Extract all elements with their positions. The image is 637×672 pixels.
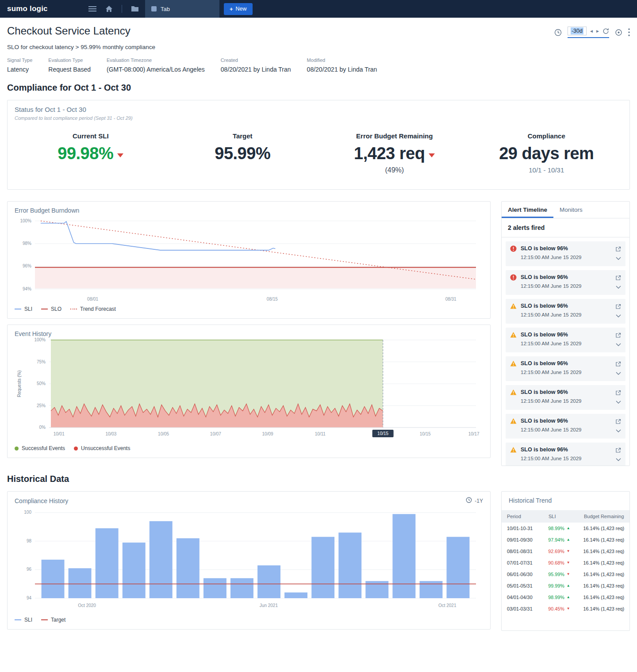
- meta-value: Latency: [7, 66, 32, 73]
- metric-label: Compliance: [471, 132, 623, 140]
- open-alert-icon[interactable]: [615, 275, 621, 283]
- table-row: 05/01-05/31 99.99% ▲ 16.14% (1,423 req): [502, 580, 629, 592]
- clock-icon: [466, 497, 472, 504]
- warning-icon: [510, 418, 517, 424]
- alert-item[interactable]: SLO is below 96% 12:15:00 AM June 15 202…: [506, 414, 625, 439]
- cell-sli: 95.99%: [548, 572, 564, 577]
- menu-icon[interactable]: [88, 6, 96, 12]
- tab-current[interactable]: Tab: [145, 0, 219, 18]
- alert-item[interactable]: SLO is below 96% 12:15:00 AM June 15 202…: [506, 328, 625, 352]
- alert-item[interactable]: SLO is below 96% 12:15:00 AM June 15 202…: [506, 356, 625, 381]
- folder-icon[interactable]: [131, 6, 139, 12]
- alert-time: 12:15:00 AM June 15 2029: [521, 341, 581, 346]
- new-button[interactable]: + New: [224, 3, 253, 15]
- refresh-icon[interactable]: [602, 28, 609, 34]
- metric-value: 95.99%: [215, 144, 270, 163]
- burndown-chart: 100%98%96%94%08/0108/1508/31: [15, 214, 483, 304]
- app-logo[interactable]: sumo logic: [0, 4, 88, 13]
- topbar: sumo logic Tab + New: [0, 0, 637, 18]
- svg-text:0%: 0%: [39, 425, 46, 430]
- alert-title: SLO is below 96%: [521, 418, 581, 424]
- time-range-input[interactable]: -30d: [568, 27, 587, 35]
- cell-period: 07/01-07/31: [507, 560, 548, 565]
- chevron-down-icon[interactable]: [616, 254, 621, 262]
- time-range-group: -30d ◂ ▸: [568, 27, 609, 38]
- history-range-control[interactable]: -1Y: [466, 497, 483, 504]
- cell-sli: 92.69%: [548, 549, 564, 554]
- clock-icon[interactable]: [554, 29, 562, 36]
- next-range-icon[interactable]: ▸: [596, 28, 599, 34]
- alert-tabs: Alert Timeline Monitors: [502, 202, 629, 218]
- svg-text:Oct 2021: Oct 2021: [438, 603, 457, 608]
- prev-range-icon[interactable]: ◂: [590, 28, 593, 34]
- live-target-icon[interactable]: [615, 29, 622, 36]
- metric-sub: 10/1 - 10/31: [471, 166, 623, 174]
- chevron-down-icon[interactable]: [616, 283, 621, 290]
- metric-value: 1,423 req: [354, 144, 425, 163]
- table-row: 08/01-08/31 92.69% ▼ 16.14% (1,423 req): [502, 546, 629, 557]
- meta-label: Signal Type: [7, 57, 32, 63]
- legend-label: SLI: [24, 306, 32, 312]
- alert-item[interactable]: SLO is below 96% 12:15:00 AM June 15 202…: [506, 385, 625, 410]
- svg-text:75%: 75%: [37, 359, 46, 364]
- open-alert-icon[interactable]: [615, 389, 621, 397]
- alert-time: 12:15:00 AM June 15 2029: [521, 427, 581, 432]
- charts-row: Error Budget Burndown 100%98%96%94%08/01…: [0, 201, 637, 466]
- column-sli: SLI: [549, 514, 584, 519]
- svg-text:08/15: 08/15: [267, 297, 278, 302]
- svg-text:10/11: 10/11: [315, 431, 326, 436]
- kebab-menu-icon[interactable]: [628, 28, 630, 36]
- page-header: Checkout Service Latency -30d ◂ ▸ SLO fo…: [0, 18, 637, 75]
- chevron-down-icon[interactable]: [616, 426, 621, 434]
- meta-label: Evaluation Timezone: [107, 57, 205, 63]
- cell-period: 10/01-10-31: [507, 526, 548, 531]
- alert-item[interactable]: SLO is below 96% 12:15:00 AM June 15 202…: [506, 241, 625, 266]
- alert-time: 12:15:00 AM June 15 2029: [521, 283, 581, 289]
- cell-budget: 16.14% (1,423 req): [583, 606, 624, 611]
- tab-icon: [151, 6, 157, 11]
- chevron-down-icon[interactable]: [616, 397, 621, 405]
- meta-label: Created: [221, 57, 291, 63]
- legend-label: SLI: [24, 617, 32, 623]
- alert-title: SLO is below 96%: [521, 447, 581, 453]
- alert-item[interactable]: SLO is below 96% 12:15:00 AM June 15 202…: [506, 443, 625, 466]
- cell-period: 06/01-06/30: [507, 572, 548, 577]
- metric-sub: (49%): [318, 166, 471, 174]
- chevron-down-icon[interactable]: [616, 340, 621, 348]
- svg-text:Oct 2020: Oct 2020: [78, 603, 96, 608]
- event-history-card: Event History 100%75%50%25%0%10/0110/031…: [7, 325, 491, 458]
- alert-item[interactable]: SLO is below 96% 12:15:00 AM June 15 202…: [506, 270, 625, 295]
- table-row: 09/01-09/30 97.94% ▲ 16.14% (1,423 req): [502, 534, 629, 546]
- alerts-fired-count: 2 alerts fired: [502, 218, 629, 237]
- open-alert-icon[interactable]: [615, 303, 621, 311]
- open-alert-icon[interactable]: [615, 361, 621, 369]
- open-alert-icon[interactable]: [615, 332, 621, 340]
- cell-budget: 16.14% (1,423 req): [583, 537, 624, 542]
- tab-alert-timeline[interactable]: Alert Timeline: [502, 202, 553, 218]
- caret-down-icon: [429, 153, 435, 157]
- svg-text:100%: 100%: [20, 218, 31, 223]
- divider: [122, 5, 122, 13]
- svg-text:10/09: 10/09: [262, 431, 273, 436]
- meta-value: Request Based: [48, 66, 91, 73]
- open-alert-icon[interactable]: [615, 246, 621, 254]
- alert-item[interactable]: SLO is below 96% 12:15:00 AM June 15 202…: [506, 299, 625, 324]
- compliance-history-card: Compliance History -1Y 100989694Oct 2020…: [7, 491, 491, 630]
- burndown-title: Error Budget Burndown: [15, 207, 483, 214]
- trend-arrow-icon: ▼: [567, 607, 570, 611]
- trend-arrow-icon: ▼: [567, 561, 570, 565]
- chevron-down-icon[interactable]: [616, 369, 621, 377]
- alert-title: SLO is below 96%: [521, 274, 581, 280]
- alert-time: 12:15:00 AM June 15 2029: [521, 398, 581, 404]
- chevron-down-icon[interactable]: [616, 311, 621, 319]
- alert-title: SLO is below 96%: [521, 245, 581, 252]
- new-button-label: New: [236, 6, 247, 12]
- open-alert-icon[interactable]: [615, 418, 621, 426]
- cell-budget: 16.14% (1,423 req): [583, 583, 624, 588]
- table-header: Period SLI Budget Remaining: [502, 510, 629, 523]
- tab-monitors[interactable]: Monitors: [553, 202, 589, 218]
- chevron-down-icon[interactable]: [616, 455, 621, 463]
- meta-value: (GMT-08:000) America/Los Angeles: [107, 66, 205, 73]
- home-icon[interactable]: [105, 5, 113, 12]
- open-alert-icon[interactable]: [615, 447, 621, 455]
